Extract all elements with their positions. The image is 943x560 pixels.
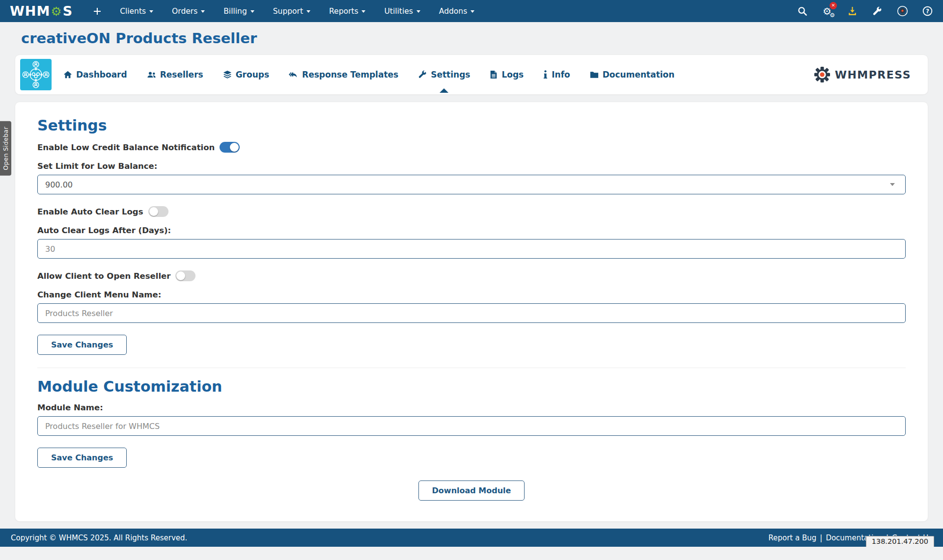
whmcs-logo-suffix: S [63, 3, 73, 19]
home-icon [63, 70, 72, 79]
tab-response-templates[interactable]: Response Templates [289, 54, 398, 95]
allow-client-toggle-row: Allow Client to Open Reseller [37, 270, 906, 281]
module-name-field: Module Name: [37, 403, 906, 436]
download-module-button[interactable]: Download Module [418, 480, 525, 501]
svg-text:?: ? [926, 8, 929, 15]
low-credit-toggle-row: Enable Low Credit Balance Notification [37, 142, 906, 153]
download-module-row: Download Module [37, 480, 906, 501]
caret-down-icon [416, 10, 420, 13]
whmpress-wordmark: WHMPRESS [835, 69, 911, 81]
file-icon [490, 70, 498, 79]
copyright-text: Copyright © WHMCS 2025. All Rights Reser… [11, 533, 187, 542]
system-health-icon[interactable]: ⚙⚙ ✕ [821, 5, 833, 17]
wrench-icon[interactable] [871, 5, 883, 17]
tab-dashboard[interactable]: Dashboard [63, 54, 127, 95]
menu-item-utilities[interactable]: Utilities [384, 7, 420, 16]
search-icon[interactable] [796, 5, 808, 17]
caret-down-icon [471, 10, 474, 13]
client-menu-field: Change Client Menu Name: [37, 290, 906, 323]
module-customization-heading: Module Customization [37, 378, 906, 395]
menu-item-billing[interactable]: Billing [223, 7, 254, 16]
layers-icon [223, 70, 232, 79]
save-settings-button[interactable]: Save Changes [37, 335, 127, 355]
quick-add-button[interactable] [93, 7, 101, 15]
save-customization-button[interactable]: Save Changes [37, 448, 127, 468]
navbar-icons: ⚙⚙ ✕ ? [796, 5, 933, 17]
top-navbar: WHM⚙S Clients Orders Billing Support Rep… [0, 0, 943, 22]
low-balance-field: Set Limit for Low Balance: 900.00 [37, 161, 906, 194]
folder-icon [590, 71, 599, 79]
menu-item-support[interactable]: Support [273, 7, 310, 16]
whmpress-gear-icon [814, 66, 831, 83]
auto-clear-toggle[interactable] [148, 206, 168, 217]
tab-info[interactable]: Info [543, 54, 570, 95]
caret-down-icon [201, 10, 205, 13]
clear-days-field: Auto Clear Logs After (Days): [37, 226, 906, 259]
menu-item-clients[interactable]: Clients [120, 7, 153, 16]
info-icon [543, 70, 548, 79]
main-menu: Clients Orders Billing Support Reports U… [120, 7, 474, 16]
allow-client-label: Allow Client to Open Reseller [37, 271, 170, 281]
reply-icon [289, 71, 298, 79]
status-url-tooltip: 138.201.47.200 [866, 536, 934, 547]
module-tabbar: Dashboard Resellers Groups Response Temp… [15, 54, 928, 95]
whmcs-logo[interactable]: WHM⚙S [10, 3, 73, 19]
tab-resellers[interactable]: Resellers [147, 54, 203, 95]
account-avatar-icon[interactable] [896, 5, 908, 17]
menu-item-orders[interactable]: Orders [172, 7, 205, 16]
module-logo [20, 59, 52, 90]
whmpress-logo: WHMPRESS [814, 66, 918, 83]
low-balance-select[interactable]: 900.00 [37, 175, 906, 194]
plus-icon [93, 7, 101, 15]
module-name-label: Module Name: [37, 403, 906, 412]
settings-heading: Settings [37, 117, 906, 134]
open-sidebar-tab[interactable]: Open Sidebar [0, 121, 11, 176]
caret-down-icon [250, 10, 254, 13]
settings-card: Settings Enable Low Credit Balance Notif… [15, 102, 928, 522]
select-caret-icon [890, 183, 895, 186]
download-icon[interactable] [846, 5, 858, 17]
allow-client-toggle[interactable] [175, 270, 195, 281]
module-tabs: Dashboard Resellers Groups Response Temp… [63, 54, 674, 95]
low-credit-label: Enable Low Credit Balance Notification [37, 143, 215, 152]
error-badge: ✕ [830, 2, 837, 9]
help-icon[interactable]: ? [921, 5, 933, 17]
clear-days-input[interactable] [37, 239, 906, 259]
caret-down-icon [361, 10, 365, 13]
section-divider [37, 368, 906, 368]
low-credit-toggle[interactable] [220, 142, 240, 153]
whmcs-gear-icon: ⚙ [51, 4, 62, 19]
auto-clear-label: Enable Auto Clear Logs [37, 207, 143, 216]
client-menu-input[interactable] [37, 303, 906, 323]
low-balance-value: 900.00 [45, 180, 73, 189]
tab-logs[interactable]: Logs [490, 54, 524, 95]
reseller-network-icon [22, 60, 50, 89]
auto-clear-toggle-row: Enable Auto Clear Logs [37, 206, 906, 217]
menu-item-reports[interactable]: Reports [329, 7, 365, 16]
menu-item-addons[interactable]: Addons [439, 7, 474, 16]
tab-groups[interactable]: Groups [223, 54, 269, 95]
wrench-icon [418, 70, 427, 79]
whmcs-logo-prefix: WHM [10, 3, 50, 19]
low-balance-label: Set Limit for Low Balance: [37, 161, 906, 171]
clear-days-label: Auto Clear Logs After (Days): [37, 226, 906, 235]
page-container: Open Sidebar creativeON Products Reselle… [0, 30, 943, 522]
tab-documentation[interactable]: Documentation [590, 54, 675, 95]
footer: Copyright © WHMCS 2025. All Rights Reser… [0, 529, 943, 547]
tab-settings[interactable]: Settings [418, 54, 470, 95]
client-menu-label: Change Client Menu Name: [37, 290, 906, 299]
module-name-input[interactable] [37, 416, 906, 436]
footer-separator: | [820, 533, 822, 542]
caret-down-icon [149, 10, 153, 13]
report-bug-link[interactable]: Report a Bug [769, 533, 817, 542]
page-title: creativeON Products Reseller [21, 30, 928, 47]
users-icon [147, 70, 156, 79]
caret-down-icon [306, 10, 310, 13]
